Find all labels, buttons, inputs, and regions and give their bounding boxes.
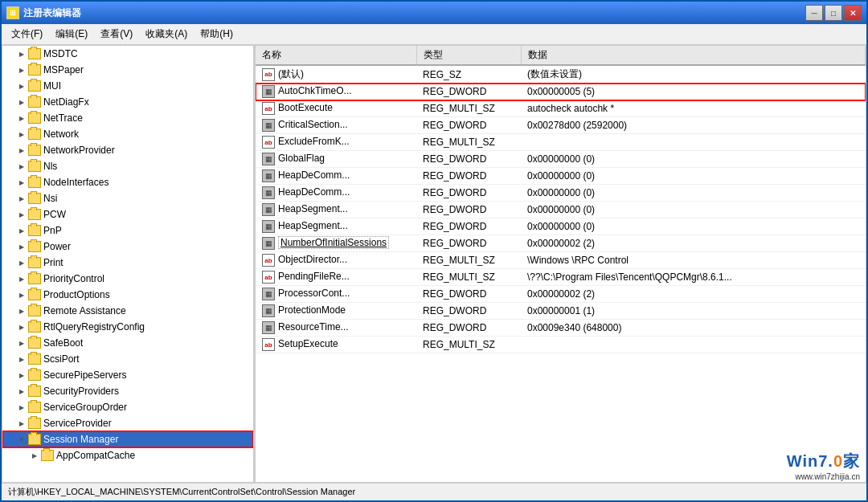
menu-view[interactable]: 查看(V) bbox=[94, 26, 139, 43]
folder-icon-nls bbox=[28, 161, 41, 172]
folder-icon-networkprovider bbox=[28, 145, 41, 156]
tree-item-serviceprovider[interactable]: ▶ServiceProvider bbox=[2, 415, 253, 431]
tree-item-nettrace[interactable]: ▶NetTrace bbox=[2, 110, 253, 126]
tree-expander-nodeinterfaces[interactable]: ▶ bbox=[15, 176, 28, 189]
table-row[interactable]: ab(默认)REG_SZ(数值未设置) bbox=[256, 65, 866, 84]
tree-item-safeboot[interactable]: ▶SafeBoot bbox=[2, 335, 253, 351]
folder-icon-print bbox=[28, 257, 41, 268]
cell-type-heapsegment1: REG_DWORD bbox=[416, 202, 521, 218]
tree-item-netdiagfx[interactable]: ▶NetDiagFx bbox=[2, 94, 253, 110]
menu-edit[interactable]: 编辑(E) bbox=[49, 26, 94, 43]
table-row[interactable]: ▦HeapSegment...REG_DWORD0x00000000 (0) bbox=[256, 218, 866, 235]
cell-type-setupexecute: REG_MULTI_SZ bbox=[416, 337, 521, 353]
tree-item-productoptions[interactable]: ▶ProductOptions bbox=[2, 287, 253, 303]
tree-expander-sessionmanager[interactable]: ▼ bbox=[15, 433, 28, 446]
column-data: 数据 bbox=[521, 46, 866, 65]
table-row[interactable]: abSetupExecuteREG_MULTI_SZ bbox=[256, 337, 866, 353]
tree-item-securepipeservers[interactable]: ▶SecurePipeServers bbox=[2, 367, 253, 383]
tree-expander-remoteassistance[interactable]: ▶ bbox=[15, 304, 28, 317]
cell-type-bootexecute: REG_MULTI_SZ bbox=[416, 100, 521, 117]
tree-expander-rtlqueryregistryconfig[interactable]: ▶ bbox=[15, 320, 28, 333]
tree-expander-pnp[interactable]: ▶ bbox=[15, 224, 28, 237]
name-text-excludefromk: ExcludeFromK... bbox=[278, 136, 350, 147]
table-row[interactable]: ▦HeapDeComm...REG_DWORD0x00000000 (0) bbox=[256, 185, 866, 202]
table-row[interactable]: abObjectDirector...REG_MULTI_SZ\Windows … bbox=[256, 252, 866, 269]
table-row[interactable]: ▦NumberOfInitialSessionsREG_DWORD0x00000… bbox=[256, 235, 866, 252]
table-row[interactable]: ▦ProtectionModeREG_DWORD0x00000001 (1) bbox=[256, 303, 866, 320]
table-row[interactable]: abPendingFileRe...REG_MULTI_SZ\??\C:\Pro… bbox=[256, 269, 866, 286]
name-text-criticalsection: CriticalSection... bbox=[278, 119, 348, 130]
cell-data-protectionmode: 0x00000001 (1) bbox=[521, 303, 866, 320]
table-row[interactable]: ▦ProcessorCont...REG_DWORD0x00000002 (2) bbox=[256, 286, 866, 303]
tree-item-network[interactable]: ▶Network bbox=[2, 126, 253, 142]
tree-item-nsi[interactable]: ▶Nsi bbox=[2, 190, 253, 206]
tree-item-prioritycontrol[interactable]: ▶PriorityControl bbox=[2, 271, 253, 287]
tree-expander-servicegrouporder[interactable]: ▶ bbox=[15, 401, 28, 414]
table-row[interactable]: ▦ResourceTime...REG_DWORD0x0009e340 (648… bbox=[256, 320, 866, 337]
tree-item-securityproviders[interactable]: ▶SecurityProviders bbox=[2, 383, 253, 399]
tree-expander-networkprovider[interactable]: ▶ bbox=[15, 144, 28, 157]
menu-file[interactable]: 文件(F) bbox=[5, 26, 49, 43]
tree-item-appcompatcache[interactable]: ▶AppCompatCache bbox=[2, 447, 253, 463]
tree-expander-nls[interactable]: ▶ bbox=[15, 160, 28, 173]
tree-item-pcw[interactable]: ▶PCW bbox=[2, 206, 253, 222]
tree-item-msdtc[interactable]: ▶MSDTC bbox=[2, 46, 253, 62]
tree-expander-pcw[interactable]: ▶ bbox=[15, 208, 28, 221]
registry-values-pane: 名称 类型 数据 ab(默认)REG_SZ(数值未设置)▦AutoChkTime… bbox=[256, 46, 866, 482]
tree-item-pnp[interactable]: ▶PnP bbox=[2, 222, 253, 239]
close-button[interactable]: ✕ bbox=[844, 5, 862, 21]
table-row[interactable]: ▦GlobalFlagREG_DWORD0x00000000 (0) bbox=[256, 151, 866, 168]
tree-item-servicegrouporder[interactable]: ▶ServiceGroupOrder bbox=[2, 399, 253, 415]
tree-item-networkprovider[interactable]: ▶NetworkProvider bbox=[2, 142, 253, 158]
tree-item-rtlqueryregistryconfig[interactable]: ▶RtlQueryRegistryConfig bbox=[2, 319, 253, 335]
tree-expander-nsi[interactable]: ▶ bbox=[15, 192, 28, 205]
tree-expander-mui[interactable]: ▶ bbox=[15, 80, 28, 92]
menu-help[interactable]: 帮助(H) bbox=[194, 26, 240, 43]
minimize-button[interactable]: ─ bbox=[805, 5, 823, 21]
tree-label-netdiagfx: NetDiagFx bbox=[43, 96, 89, 108]
tree-item-mui[interactable]: ▶MUI bbox=[2, 78, 253, 94]
tree-expander-network[interactable]: ▶ bbox=[15, 128, 28, 141]
tree-expander-netdiagfx[interactable]: ▶ bbox=[15, 96, 28, 108]
cell-name-globalflag: ▦GlobalFlag bbox=[256, 151, 416, 168]
cell-type-autochk: REG_DWORD bbox=[416, 84, 521, 100]
tree-expander-safeboot[interactable]: ▶ bbox=[15, 337, 28, 349]
table-row[interactable]: ▦CriticalSection...REG_DWORD0x00278d00 (… bbox=[256, 117, 866, 134]
cell-type-protectionmode: REG_DWORD bbox=[416, 303, 521, 320]
tree-expander-prioritycontrol[interactable]: ▶ bbox=[15, 272, 28, 285]
tree-expander-nettrace[interactable]: ▶ bbox=[15, 112, 28, 124]
tree-item-mspaper[interactable]: ▶MSPaper bbox=[2, 62, 253, 78]
menu-favorites[interactable]: 收藏夹(A) bbox=[139, 26, 194, 43]
table-row[interactable]: ▦HeapDeComm...REG_DWORD0x00000000 (0) bbox=[256, 168, 866, 185]
tree-expander-appcompatcache[interactable]: ▶ bbox=[28, 449, 41, 462]
tree-item-print[interactable]: ▶Print bbox=[2, 255, 253, 271]
tree-expander-print[interactable]: ▶ bbox=[15, 256, 28, 269]
tree-expander-scsiport[interactable]: ▶ bbox=[15, 353, 28, 365]
tree-label-sessionmanager: Session Manager bbox=[43, 434, 118, 445]
cell-type-heapsegment2: REG_DWORD bbox=[416, 218, 521, 235]
tree-item-nodeinterfaces[interactable]: ▶NodeInterfaces bbox=[2, 174, 253, 190]
cell-name-heapdecomm2: ▦HeapDeComm... bbox=[256, 185, 416, 202]
cell-name-protectionmode: ▦ProtectionMode bbox=[256, 303, 416, 320]
tree-expander-msdtc[interactable]: ▶ bbox=[15, 47, 28, 60]
tree-item-remoteassistance[interactable]: ▶Remote Assistance bbox=[2, 303, 253, 319]
tree-item-sessionmanager[interactable]: ▼Session Manager bbox=[2, 431, 253, 447]
cell-data-autochk: 0x00000005 (5) bbox=[521, 84, 866, 100]
table-row[interactable]: ▦HeapSegment...REG_DWORD0x00000000 (0) bbox=[256, 202, 866, 218]
table-row[interactable]: ▦AutoChkTimeO...REG_DWORD0x00000005 (5) bbox=[256, 84, 866, 100]
tree-expander-mspaper[interactable]: ▶ bbox=[15, 63, 28, 76]
tree-expander-productoptions[interactable]: ▶ bbox=[15, 288, 28, 301]
tree-item-scsiport[interactable]: ▶ScsiPort bbox=[2, 351, 253, 367]
name-text-processorcont: ProcessorCont... bbox=[278, 288, 350, 299]
registry-table: 名称 类型 数据 ab(默认)REG_SZ(数值未设置)▦AutoChkTime… bbox=[256, 46, 866, 353]
reg-type-icon-globalflag: ▦ bbox=[262, 153, 275, 165]
tree-item-nls[interactable]: ▶Nls bbox=[2, 158, 253, 174]
tree-item-power[interactable]: ▶Power bbox=[2, 239, 253, 255]
table-row[interactable]: abExcludeFromK...REG_MULTI_SZ bbox=[256, 134, 866, 151]
maximize-button[interactable]: □ bbox=[825, 5, 842, 21]
tree-expander-serviceprovider[interactable]: ▶ bbox=[15, 417, 28, 430]
tree-expander-securityproviders[interactable]: ▶ bbox=[15, 385, 28, 398]
tree-expander-power[interactable]: ▶ bbox=[15, 240, 28, 253]
tree-expander-securepipeservers[interactable]: ▶ bbox=[15, 369, 28, 382]
table-row[interactable]: abBootExecuteREG_MULTI_SZautocheck autoc… bbox=[256, 100, 866, 117]
